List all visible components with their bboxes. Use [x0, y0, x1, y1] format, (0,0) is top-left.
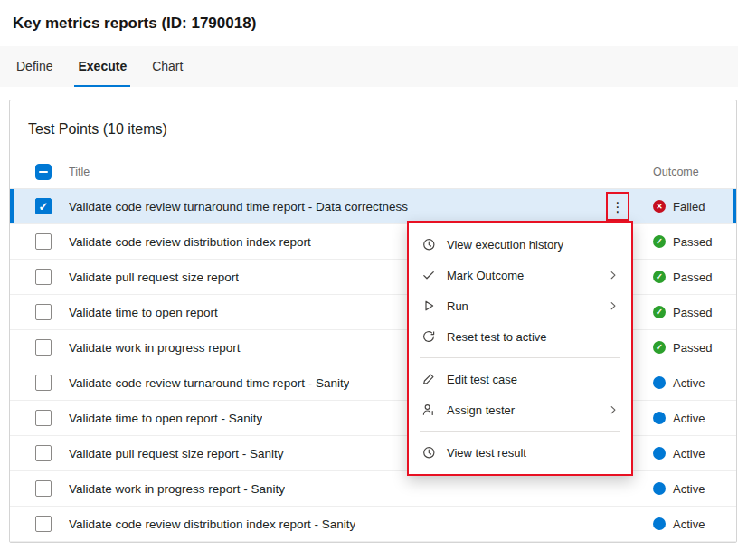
row-title: Validate time to open report - Sanity [69, 412, 262, 425]
row-title: Validate code review turnaround time rep… [69, 200, 408, 214]
outcome-label: Passed [673, 271, 712, 284]
row-checkbox[interactable] [35, 198, 52, 214]
passed-icon [653, 306, 666, 318]
row-title: Validate time to open report [69, 306, 218, 319]
row-checkbox[interactable] [35, 516, 52, 532]
outcome-label: Active [673, 412, 705, 425]
chevron-right-icon [608, 270, 619, 280]
menu-item-label: Assign tester [447, 403, 597, 417]
outcome-label: Active [673, 482, 705, 496]
outcome-label: Active [673, 517, 705, 531]
active-icon [653, 412, 666, 424]
table-row-1[interactable]: Validate code review turnaround time rep… [10, 189, 736, 224]
outcome-label: Passed [673, 235, 712, 249]
row-title: Validate code review distribution index … [69, 517, 355, 531]
row-checkbox[interactable] [35, 304, 52, 320]
menu-item-label: View test result [447, 446, 619, 460]
assign-tester-icon [421, 403, 436, 417]
menu-item-run[interactable]: Run [409, 290, 631, 321]
row-checkbox[interactable] [35, 445, 52, 461]
active-icon [653, 447, 666, 460]
menu-item-view-execution-history[interactable]: View execution history [409, 229, 631, 260]
row-title: Validate code review turnaround time rep… [69, 376, 349, 390]
table-header: Title Outcome [10, 155, 736, 189]
column-header-outcome: Outcome [653, 166, 699, 178]
chevron-right-icon [608, 404, 619, 415]
menu-item-mark-outcome[interactable]: Mark Outcome [409, 260, 631, 290]
reset-icon [421, 329, 436, 344]
menu-item-reset-test-to-active[interactable]: Reset test to active [409, 321, 631, 352]
menu-item-label: Run [447, 299, 597, 313]
row-title: Validate work in progress report [69, 341, 241, 355]
history-icon [421, 237, 436, 252]
row-title: Validate work in progress report - Sanit… [69, 482, 285, 496]
more-options-button[interactable]: ⋮ [606, 192, 629, 221]
history-icon [421, 445, 436, 460]
page-title: Key metrics reports (ID: 1790018) [13, 14, 256, 33]
panel-title: Test Points (10 items) [10, 100, 736, 155]
active-icon [653, 517, 666, 530]
outcome-label: Failed [673, 200, 705, 214]
play-icon [421, 299, 436, 313]
passed-icon [653, 271, 666, 283]
menu-item-view-test-result[interactable]: View test result [409, 437, 631, 468]
passed-icon [653, 235, 666, 248]
outcome-label: Active [673, 376, 705, 390]
active-icon [653, 482, 666, 495]
menu-item-label: Reset test to active [447, 330, 619, 344]
outcome-label: Active [673, 447, 705, 460]
table-row-10[interactable]: Validate code review distribution index … [10, 507, 736, 542]
tab-bar: Define Execute Chart [0, 46, 738, 87]
passed-icon [653, 341, 666, 354]
select-all-checkbox[interactable] [35, 164, 52, 180]
edit-icon [421, 372, 436, 386]
failed-icon [653, 200, 666, 213]
menu-divider [420, 431, 620, 432]
row-title: Validate pull request size report [69, 271, 239, 284]
menu-item-label: Edit test case [447, 373, 619, 386]
context-menu: View execution history Mark Outcome Run … [407, 221, 633, 476]
table-row-9[interactable]: Validate work in progress report - Sanit… [10, 471, 736, 507]
row-checkbox[interactable] [35, 339, 52, 356]
check-icon [421, 268, 436, 282]
row-title: Validate code review distribution index … [69, 235, 311, 249]
menu-item-edit-test-case[interactable]: Edit test case [409, 364, 631, 394]
row-title: Validate pull request size report - Sani… [69, 447, 284, 460]
row-checkbox[interactable] [35, 410, 52, 426]
row-checkbox[interactable] [35, 375, 52, 391]
more-options-icon: ⋮ [611, 200, 625, 214]
active-icon [653, 376, 666, 389]
outcome-label: Passed [673, 341, 712, 355]
tab-define[interactable]: Define [13, 46, 56, 87]
menu-item-label: Mark Outcome [447, 269, 597, 282]
menu-item-label: View execution history [447, 238, 619, 252]
row-checkbox[interactable] [35, 480, 52, 497]
chevron-right-icon [608, 300, 619, 311]
row-checkbox[interactable] [35, 269, 52, 285]
tab-execute[interactable]: Execute [74, 46, 130, 87]
menu-divider [420, 357, 620, 358]
menu-item-assign-tester[interactable]: Assign tester [409, 394, 631, 425]
column-header-title: Title [69, 166, 90, 178]
tab-chart[interactable]: Chart [148, 46, 186, 87]
row-checkbox[interactable] [35, 233, 52, 250]
outcome-label: Passed [673, 306, 712, 319]
